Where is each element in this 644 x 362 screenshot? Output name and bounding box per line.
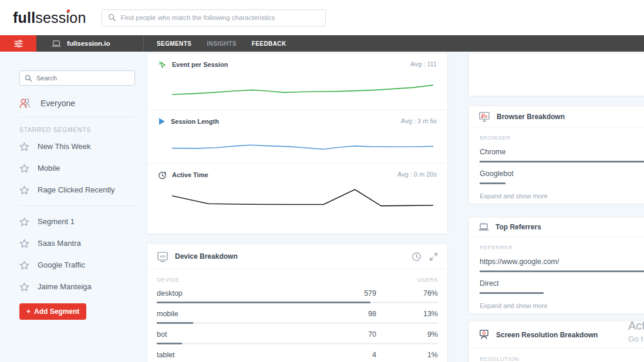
history-clock-icon[interactable] [412,252,422,262]
watermark-line1: Act [628,319,644,333]
list-item-googlebot[interactable]: Googlebot [480,170,644,184]
logo-mid: sess [35,9,66,26]
star-icon [19,282,29,292]
table-row-mobile[interactable]: mobile 98 13% [157,309,438,324]
segment-search-box[interactable] [19,70,135,86]
plus-icon: + [26,307,31,316]
device-name: bot [157,330,318,339]
people-search-input[interactable] [121,14,319,21]
device-users: 70 [318,330,376,339]
referrer-name: Direct [480,279,644,287]
logo-end: on [69,9,86,26]
logo-i: i [66,9,70,26]
segment-search-input[interactable] [36,75,130,82]
divider [19,205,135,206]
table-row-tablet[interactable]: tablet 4 1% [157,350,438,362]
fullsession-logo: fullsession [13,9,86,26]
segment-label: Segment 1 [38,217,75,226]
device-table: DEVICE USERS desktop 579 76% mobile 98 1… [147,269,447,362]
tab-feedback[interactable]: FEEDBACK [252,40,286,47]
sidebar-item-saas-mantra[interactable]: Saas Mantra [0,232,146,254]
svg-text:404: 404 [160,254,165,258]
segment-label: Jaime Manteiga [38,282,92,291]
browser-bar [480,182,505,184]
starred-segments-label: STARRED SEGMENTS [19,127,146,133]
top-header: fullsession [0,0,644,35]
device-name: desktop [157,289,318,297]
device-name: mobile [157,310,318,318]
sidebar-item-jaime-manteiga[interactable]: Jaime Manteiga [0,276,146,297]
site-selector[interactable]: fullsession.io [36,35,144,52]
star-icon [19,185,29,195]
nav-tabs: SEGMENTS INSIGHTS FEEDBACK [144,35,286,52]
filters-button[interactable] [0,35,36,52]
sliders-icon [14,39,23,48]
tab-segments[interactable]: SEGMENTS [157,40,191,47]
referrer-bar [480,270,644,272]
browser-name: Chrome [480,148,644,156]
sidebar-item-everyone[interactable]: Everyone [18,97,146,109]
metric-title: Event per Session [172,61,228,68]
card-title: Top Referrers [495,223,644,231]
sidebar-item-google-traffic[interactable]: Google Traffic [0,254,146,276]
metric-event-per-session: Event per Session Avg : 111 [147,53,447,110]
list-item-chrome[interactable]: Chrome [480,148,644,163]
expand-show-more-link[interactable]: Expand and show more [480,192,644,208]
browser-404-icon: 404 [157,251,168,262]
list-item-direct-referrer[interactable]: Direct [480,279,644,294]
metric-title: Active Time [172,171,208,178]
people-icon [18,97,32,109]
star-icon [19,260,29,270]
table-row-bot[interactable]: bot 70 9% [157,329,438,344]
metric-avg: Avg : 111 [410,60,437,67]
col-referrer: REFERRER [480,244,644,251]
expand-icon[interactable] [429,252,438,261]
segment-label: New This Week [38,142,91,151]
clock-icon [158,171,167,180]
col-device: DEVICE [157,276,417,283]
metric-avg: Avg : 3 m 5s [401,117,437,124]
referrer-name: https://www.google.com/ [480,258,644,266]
sidebar-item-rage-clicked[interactable]: Rage Clicked Recently [0,179,146,201]
device-bar [157,343,182,344]
screen-person-icon [478,329,490,340]
expand-show-more-link[interactable]: Expand and show more [480,302,644,317]
segments-sidebar: Everyone STARRED SEGMENTS New This Week … [0,52,146,362]
segment-label: Mobile [38,164,60,172]
device-breakdown-card: 404 Device Breakdown DEVICE [147,243,448,362]
table-row-desktop[interactable]: desktop 579 76% [157,288,438,303]
navbar: fullsession.io SEGMENTS INSIGHTS FEEDBAC… [0,35,644,52]
sidebar-item-new-this-week[interactable]: New This Week [0,136,146,157]
laptop-icon [478,223,489,231]
sidebar-item-segment-1[interactable]: Segment 1 [0,211,146,232]
device-pct: 13% [376,310,438,318]
people-search-box[interactable] [102,9,326,26]
search-icon [108,13,116,22]
browser-name: Googlebot [480,170,644,178]
device-users: 579 [318,289,376,297]
right-column: Browser Breakdown BROWSER Chrome Googleb… [468,53,644,362]
active-time-sparkline [172,184,433,216]
device-users: 98 [318,310,376,318]
tab-insights[interactable]: INSIGHTS [207,40,236,47]
watermark-line2: Go t [628,334,644,343]
add-segment-button[interactable]: + Add Segment [19,303,86,320]
segment-label: Google Traffic [38,260,85,269]
logo-bold: full [13,9,35,26]
partial-card [468,53,644,96]
sidebar-item-mobile[interactable]: Mobile [0,157,146,179]
star-icon [19,217,29,226]
screen-resolution-card: Screen Resolution Breakdown RESOLUTION [468,321,644,362]
device-users: 4 [318,351,376,359]
play-icon [158,117,166,126]
col-resolution: RESOLUTION [480,356,644,362]
search-icon [25,75,32,82]
list-item-google-referrer[interactable]: https://www.google.com/ [480,258,644,272]
device-pct: 9% [376,330,438,339]
browser-bar [480,161,644,163]
session-metrics-card: Event per Session Avg : 111 Session Leng… [147,53,448,234]
browser-cluster-icon [478,111,490,122]
star-icon [19,142,29,151]
card-title: Screen Resolution Breakdown [496,331,644,339]
activation-watermark: Act Go t [628,319,644,343]
